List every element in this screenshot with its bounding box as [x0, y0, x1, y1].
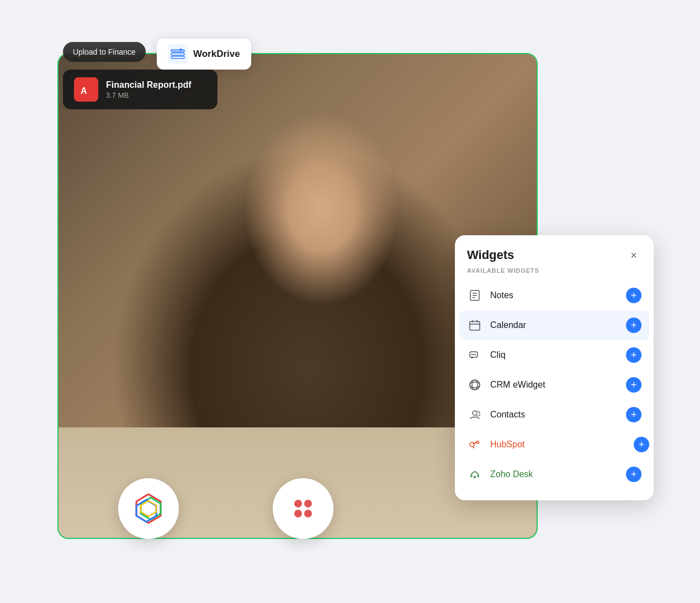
- hubspot-icon: [467, 437, 482, 452]
- crm-icon: [467, 377, 482, 393]
- cliq-icon: [467, 347, 482, 363]
- widget-item-contacts-left: Contacts: [467, 407, 525, 422]
- svg-point-27: [478, 412, 479, 414]
- widget-item-notes-left: Notes: [467, 288, 513, 303]
- calendar-add-button[interactable]: +: [626, 318, 641, 333]
- scene: Upload to Finance WorkDrive A Financial …: [46, 31, 654, 572]
- widget-item-cliq-left: Cliq: [467, 347, 506, 363]
- widget-item-hubspot-left: HubSpot: [467, 437, 524, 452]
- file-name: Financial Report.pdf: [106, 80, 192, 90]
- dots-icon: [294, 500, 312, 517]
- file-info: Financial Report.pdf 3.7 MB: [106, 80, 192, 99]
- calendar-icon: [467, 318, 482, 333]
- pdf-icon: A: [74, 77, 98, 102]
- widget-item-notes[interactable]: Notes +: [455, 281, 654, 310]
- svg-point-19: [471, 354, 473, 355]
- file-size: 3.7 MB: [106, 91, 192, 99]
- notes-icon: [467, 288, 482, 303]
- hubspot-add-button[interactable]: +: [634, 437, 649, 452]
- contacts-label: Contacts: [490, 410, 525, 420]
- workdrive-label: WorkDrive: [193, 49, 240, 60]
- widget-item-hubspot[interactable]: HubSpot +: [455, 430, 654, 459]
- hubspot-label: HubSpot: [490, 440, 524, 449]
- widget-item-cliq[interactable]: Cliq +: [455, 340, 654, 370]
- cliq-label: Cliq: [490, 350, 506, 360]
- widgets-panel: Widgets × AVAILABLE WIDGETS Notes +: [455, 235, 654, 500]
- svg-text:A: A: [81, 86, 87, 96]
- calendar-label: Calendar: [490, 320, 526, 330]
- desk-icon: [467, 467, 482, 482]
- widget-item-contacts[interactable]: Contacts +: [455, 400, 654, 430]
- crm-label: CRM eWidget: [490, 380, 545, 390]
- crm-add-button[interactable]: +: [626, 377, 641, 393]
- contacts-icon: [467, 407, 482, 422]
- svg-point-29: [477, 442, 479, 443]
- zohodesk-add-button[interactable]: +: [626, 467, 641, 482]
- svg-point-22: [470, 382, 480, 388]
- dots-logo-badge: [273, 478, 333, 539]
- upload-to-finance-badge[interactable]: Upload to Finance: [63, 42, 146, 62]
- hexagon-icon: [132, 492, 165, 525]
- svg-point-24: [470, 380, 480, 390]
- section-label: AVAILABLE WIDGETS: [455, 267, 654, 281]
- svg-point-21: [475, 354, 476, 355]
- zohodesk-label: Zoho Desk: [490, 469, 533, 479]
- widget-item-calendar-left: Calendar: [467, 318, 526, 333]
- file-card: A Financial Report.pdf 3.7 MB: [63, 70, 218, 109]
- notes-add-button[interactable]: +: [626, 288, 641, 303]
- widget-item-calendar[interactable]: Calendar +: [459, 310, 649, 340]
- svg-point-23: [472, 380, 478, 390]
- widget-item-crm-left: CRM eWidget: [467, 377, 545, 393]
- svg-marker-9: [141, 501, 156, 516]
- hexagon-logo-badge: [118, 478, 179, 539]
- workdrive-icon: [168, 44, 188, 64]
- upload-label: Upload to Finance: [73, 47, 136, 56]
- widget-item-zohodesk[interactable]: Zoho Desk +: [455, 459, 654, 489]
- close-button[interactable]: ×: [626, 247, 641, 263]
- svg-point-30: [470, 442, 474, 447]
- widgets-title: Widgets: [467, 248, 514, 262]
- svg-point-20: [473, 354, 474, 355]
- cliq-add-button[interactable]: +: [626, 347, 641, 363]
- widget-item-crm[interactable]: CRM eWidget +: [455, 370, 654, 400]
- contacts-add-button[interactable]: +: [626, 407, 641, 422]
- svg-point-31: [474, 476, 476, 478]
- workdrive-badge[interactable]: WorkDrive: [157, 39, 251, 70]
- svg-rect-14: [470, 321, 480, 330]
- widgets-header: Widgets ×: [455, 235, 654, 267]
- notes-label: Notes: [490, 290, 513, 300]
- widget-item-zohodesk-left: Zoho Desk: [467, 467, 533, 482]
